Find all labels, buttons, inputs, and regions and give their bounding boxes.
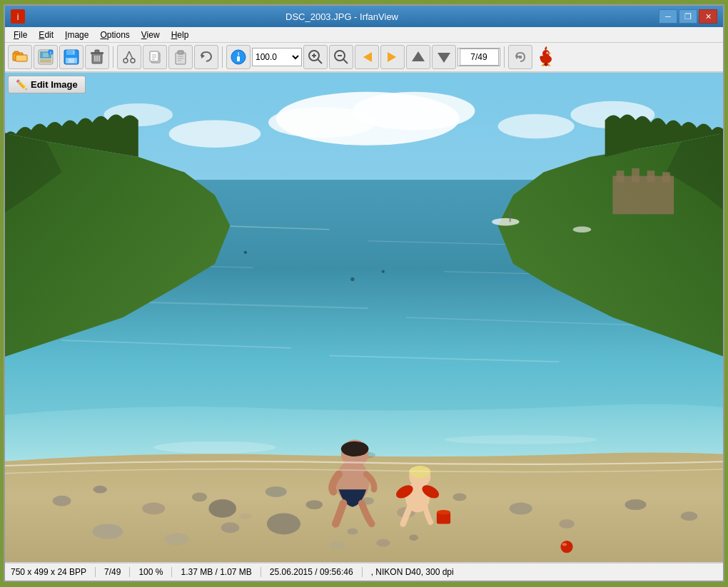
svg-point-86 bbox=[93, 486, 107, 494]
nav-counter-input[interactable]: 7/49 bbox=[460, 49, 499, 66]
svg-marker-50 bbox=[438, 53, 450, 63]
svg-point-111 bbox=[382, 270, 385, 273]
status-camera: , NIKON D40, 300 dpi bbox=[371, 567, 462, 577]
svg-rect-7 bbox=[40, 59, 51, 63]
prev-image-button[interactable] bbox=[355, 45, 379, 69]
svg-rect-79 bbox=[617, 170, 625, 182]
status-filesize: 1.37 MB / 1.07 MB bbox=[181, 567, 261, 577]
svg-point-112 bbox=[492, 218, 520, 226]
irfanview-logo-button[interactable] bbox=[534, 45, 558, 69]
save-thumbnail-button[interactable]: i bbox=[34, 45, 58, 69]
svg-line-58 bbox=[543, 63, 544, 66]
svg-point-103 bbox=[681, 511, 698, 521]
svg-point-88 bbox=[192, 492, 207, 501]
svg-point-89 bbox=[239, 513, 251, 519]
zoom-in-button[interactable] bbox=[303, 45, 328, 69]
menu-bar: File Edit Image Options View Help bbox=[5, 27, 723, 43]
svg-point-92 bbox=[92, 524, 123, 538]
delete-button[interactable] bbox=[85, 45, 109, 69]
svg-rect-80 bbox=[632, 168, 639, 182]
close-button[interactable]: ✕ bbox=[699, 9, 717, 24]
svg-point-102 bbox=[625, 499, 647, 510]
svg-rect-52 bbox=[519, 56, 522, 58]
photo-image bbox=[5, 73, 723, 562]
svg-line-25 bbox=[129, 51, 133, 59]
menu-view[interactable]: View bbox=[136, 29, 166, 41]
menu-edit[interactable]: Edit bbox=[33, 29, 59, 41]
menu-file[interactable]: File bbox=[8, 29, 33, 41]
svg-line-59 bbox=[548, 63, 549, 66]
zoom-select[interactable]: 100.0 25.0 50.0 75.0 150.0 200.0 bbox=[252, 48, 302, 66]
svg-point-110 bbox=[350, 277, 354, 281]
svg-point-94 bbox=[221, 522, 240, 533]
window-controls: ─ ❐ ✕ bbox=[659, 9, 717, 24]
svg-point-64 bbox=[169, 120, 261, 148]
svg-point-109 bbox=[244, 251, 247, 254]
minimize-button[interactable]: ─ bbox=[659, 9, 677, 24]
next-image-button[interactable] bbox=[380, 45, 405, 69]
svg-rect-82 bbox=[662, 172, 670, 182]
last-image-button[interactable] bbox=[432, 45, 456, 69]
svg-line-24 bbox=[126, 51, 129, 59]
info-button[interactable]: i bbox=[226, 45, 251, 69]
svg-rect-13 bbox=[73, 51, 74, 54]
svg-point-91 bbox=[306, 500, 323, 509]
undo-button[interactable] bbox=[194, 45, 218, 69]
svg-point-87 bbox=[142, 502, 165, 514]
svg-point-57 bbox=[547, 52, 548, 53]
status-zoom: 100 % bbox=[138, 567, 172, 577]
menu-options[interactable]: Options bbox=[94, 29, 135, 41]
open-button[interactable] bbox=[8, 45, 32, 69]
svg-marker-47 bbox=[363, 52, 372, 62]
svg-point-99 bbox=[453, 494, 466, 501]
separator-3 bbox=[504, 46, 505, 68]
status-position: 7/49 bbox=[104, 567, 130, 577]
restore-button[interactable]: ❐ bbox=[679, 9, 697, 24]
main-window: i DSC_2003.JPG - IrfanView ─ ❐ ✕ File Ed… bbox=[4, 4, 724, 582]
svg-rect-4 bbox=[16, 55, 27, 61]
first-image-button[interactable] bbox=[406, 45, 430, 69]
toolbar: i bbox=[5, 43, 723, 73]
separator-2 bbox=[222, 46, 223, 68]
svg-point-93 bbox=[164, 533, 188, 545]
edit-image-button[interactable]: ✏️ Edit Image bbox=[8, 76, 86, 93]
svg-rect-27 bbox=[150, 51, 158, 61]
svg-point-114 bbox=[573, 226, 592, 233]
svg-point-117 bbox=[341, 441, 369, 456]
title-bar: i DSC_2003.JPG - IrfanView ─ ❐ ✕ bbox=[5, 6, 723, 27]
image-area: ✏️ Edit Image bbox=[5, 73, 723, 562]
rotate-ccw-button[interactable] bbox=[508, 45, 532, 69]
svg-point-126 bbox=[562, 543, 567, 546]
svg-line-41 bbox=[318, 59, 322, 63]
svg-line-45 bbox=[343, 59, 348, 63]
svg-point-95 bbox=[208, 499, 236, 518]
svg-point-125 bbox=[560, 541, 572, 553]
svg-rect-81 bbox=[647, 170, 655, 182]
menu-image[interactable]: Image bbox=[59, 29, 94, 41]
edit-image-label: Edit Image bbox=[31, 79, 78, 90]
svg-rect-15 bbox=[69, 58, 74, 63]
edit-image-icon: ✏️ bbox=[16, 79, 27, 90]
svg-point-107 bbox=[330, 541, 345, 549]
svg-point-85 bbox=[53, 496, 71, 506]
svg-point-101 bbox=[559, 519, 574, 529]
svg-rect-3 bbox=[14, 51, 19, 53]
svg-rect-39 bbox=[237, 56, 240, 61]
svg-rect-32 bbox=[178, 51, 183, 54]
cut-button[interactable] bbox=[117, 45, 141, 69]
status-dimensions: 750 x 499 x 24 BPP bbox=[11, 567, 96, 577]
paste-button[interactable] bbox=[168, 45, 193, 69]
svg-point-84 bbox=[445, 435, 597, 444]
svg-marker-49 bbox=[412, 51, 425, 61]
save-button[interactable] bbox=[59, 45, 84, 69]
menu-help[interactable]: Help bbox=[166, 29, 195, 41]
zoom-out-button[interactable] bbox=[329, 45, 353, 69]
svg-point-63 bbox=[268, 107, 375, 138]
status-bar: 750 x 499 x 24 BPP 7/49 100 % 1.37 MB / … bbox=[5, 562, 723, 581]
window-title: DSC_2003.JPG - IrfanView bbox=[25, 11, 659, 22]
svg-rect-18 bbox=[95, 50, 99, 53]
copy-button[interactable] bbox=[143, 45, 167, 69]
svg-rect-113 bbox=[510, 210, 511, 222]
svg-point-90 bbox=[266, 486, 287, 497]
svg-point-124 bbox=[437, 510, 450, 514]
